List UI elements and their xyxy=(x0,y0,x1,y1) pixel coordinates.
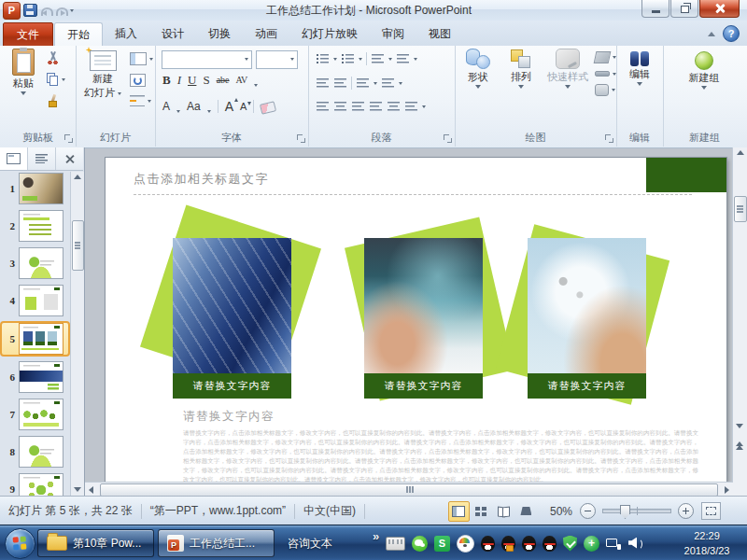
zoom-level[interactable]: 50% xyxy=(550,505,572,518)
slide-subtitle[interactable]: 请替换文字内容 xyxy=(183,409,275,425)
taskbar-button-3[interactable]: 咨询文本 xyxy=(278,529,342,557)
redo-icon[interactable] xyxy=(55,7,67,15)
smartart-convert-icon[interactable] xyxy=(404,101,418,112)
bold-button[interactable]: B xyxy=(162,74,171,87)
tab-切换[interactable]: 切换 xyxy=(196,22,243,46)
tab-设计[interactable]: 设计 xyxy=(149,22,196,46)
layout-icon[interactable] xyxy=(130,52,147,65)
network-icon[interactable] xyxy=(606,536,622,552)
slide-thumbnail-1[interactable]: 1 xyxy=(0,172,70,205)
horizontal-scroll-thumb[interactable] xyxy=(100,483,718,497)
qq-file-icon[interactable] xyxy=(501,536,515,552)
font-name-select[interactable] xyxy=(162,50,252,69)
paste-button[interactable]: 粘贴 xyxy=(4,49,43,95)
qq-icon[interactable] xyxy=(543,536,557,552)
undo-icon[interactable] xyxy=(40,7,52,15)
shape-outline-icon[interactable] xyxy=(595,71,610,77)
clear-formatting-icon[interactable] xyxy=(260,101,276,115)
slide-thumbnail-6[interactable]: 6 xyxy=(0,360,70,394)
sogou-bear-icon[interactable] xyxy=(457,535,474,553)
powerpoint-logo-icon[interactable]: P xyxy=(3,2,21,20)
character-spacing-button[interactable]: AV xyxy=(236,74,247,87)
horizontal-scrollbar[interactable] xyxy=(85,482,733,497)
slide-thumbnail-2[interactable]: 2 xyxy=(0,209,70,243)
slide-thumbnail-4[interactable]: 4 xyxy=(0,284,70,317)
font-size-select[interactable] xyxy=(256,50,298,69)
qq-icon[interactable] xyxy=(522,536,536,552)
qat-customize-icon[interactable] xyxy=(70,9,74,12)
align-left-icon[interactable] xyxy=(316,101,330,112)
sogou-s-icon[interactable]: S xyxy=(434,536,450,552)
tab-file[interactable]: 文件 xyxy=(3,22,53,48)
slide-thumbnail-8[interactable]: 8 xyxy=(0,435,70,469)
numbering-icon[interactable] xyxy=(341,53,355,64)
decrease-indent-icon[interactable] xyxy=(316,77,330,89)
arrange-button[interactable]: 排列 xyxy=(501,49,541,89)
clipboard-dialog-launcher-icon[interactable] xyxy=(64,134,73,143)
antivirus-icon[interactable]: + xyxy=(584,536,599,552)
copy-icon[interactable] xyxy=(47,73,59,86)
reset-slide-icon[interactable] xyxy=(130,74,146,87)
slide-body-text[interactable]: 请替换文字内容，点击添加相关标题文字，修改文字内容，也可以直接复制你的内容到此。… xyxy=(183,428,698,484)
scroll-left-icon[interactable] xyxy=(89,486,93,494)
slide-thumbnail-5[interactable]: 5 xyxy=(0,321,70,357)
shapes-button[interactable]: 形状 xyxy=(458,49,498,89)
shield-icon[interactable] xyxy=(563,536,577,552)
tab-slides-thumbnails[interactable] xyxy=(0,147,28,170)
slide-sorter-view-button[interactable] xyxy=(471,501,492,522)
zoom-slider[interactable] xyxy=(602,509,671,513)
align-right-icon[interactable] xyxy=(351,101,365,112)
shape-effects-icon[interactable] xyxy=(595,84,609,96)
slide-image-1[interactable]: 请替换文字内容 xyxy=(173,238,291,399)
slide-image-3[interactable]: 请替换文字内容 xyxy=(528,238,646,399)
fit-to-window-button[interactable] xyxy=(701,502,721,520)
scroll-right-icon[interactable] xyxy=(725,486,729,494)
tray-overflow-icon[interactable]: » xyxy=(373,529,379,543)
tab-outline[interactable] xyxy=(28,147,56,170)
zoom-slider-thumb[interactable] xyxy=(620,505,630,519)
slide-thumbnail-9[interactable]: 9 xyxy=(0,472,70,496)
panel-scroll-thumb[interactable] xyxy=(72,220,84,271)
tab-插入[interactable]: 插入 xyxy=(103,22,149,46)
paragraph-dialog-launcher-icon[interactable] xyxy=(444,134,452,143)
align-center-icon[interactable] xyxy=(333,101,347,112)
slide-canvas[interactable]: 点击添加相关标题文字 请替换文字内容请替换文字内容请替换文字内容 请替换文字内容… xyxy=(106,158,726,482)
slide-title[interactable]: 点击添加相关标题文字 xyxy=(134,171,269,188)
panel-scroll-up-icon[interactable] xyxy=(74,175,81,179)
taskbar-button-1[interactable]: 第10章 Pow... xyxy=(37,529,154,557)
tab-动画[interactable]: 动画 xyxy=(243,22,289,46)
close-button[interactable] xyxy=(699,0,740,18)
font-dialog-launcher-icon[interactable] xyxy=(297,134,305,143)
shrink-font-button[interactable]: A xyxy=(240,100,247,113)
editing-button[interactable]: 编辑 xyxy=(620,49,659,86)
italic-button[interactable]: I xyxy=(177,74,181,87)
wechat-icon[interactable] xyxy=(412,536,428,552)
volume-icon[interactable] xyxy=(628,536,644,552)
keyboard-icon[interactable] xyxy=(386,537,405,551)
taskbar-clock[interactable]: 22:29 2018/3/23 xyxy=(673,528,740,558)
tab-开始[interactable]: 开始 xyxy=(54,22,103,46)
language-indicator[interactable]: 中文(中国) xyxy=(295,503,364,519)
previous-slide-button[interactable] xyxy=(734,441,745,457)
taskbar-button-2[interactable]: P工作总结工... xyxy=(158,529,275,557)
section-icon[interactable] xyxy=(130,95,145,106)
cut-icon[interactable] xyxy=(47,51,59,64)
distribute-icon[interactable] xyxy=(387,101,401,112)
new-group-button[interactable]: 新建组 xyxy=(680,49,728,90)
slide-image-2[interactable]: 请替换文字内容 xyxy=(364,238,483,399)
align-text-icon[interactable] xyxy=(381,77,395,89)
drawing-dialog-launcher-icon[interactable] xyxy=(605,134,613,143)
scroll-thumb[interactable] xyxy=(734,196,747,222)
help-icon[interactable]: ? xyxy=(723,25,740,42)
zoom-out-button[interactable] xyxy=(580,503,596,519)
tab-视图[interactable]: 视图 xyxy=(416,22,463,46)
text-direction-icon[interactable] xyxy=(396,53,410,64)
columns-icon[interactable] xyxy=(356,77,370,89)
restore-button[interactable] xyxy=(670,0,698,18)
slide-thumbnail-7[interactable]: 7 xyxy=(0,398,70,431)
increase-indent-icon[interactable] xyxy=(333,77,347,89)
format-painter-icon[interactable] xyxy=(47,94,59,107)
panel-scroll-down-icon[interactable] xyxy=(74,487,81,492)
underline-button[interactable]: U xyxy=(188,74,196,87)
slideshow-view-button[interactable] xyxy=(515,501,537,522)
